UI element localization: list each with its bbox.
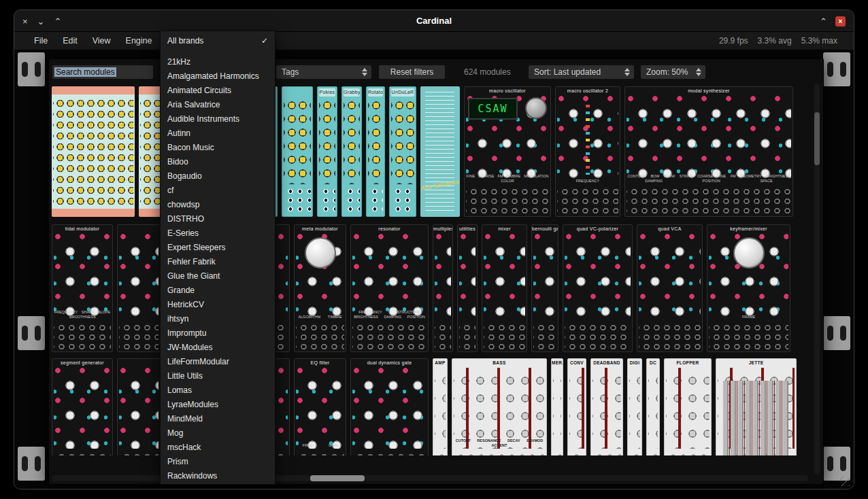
sort-select[interactable]: Sort: Last updated: [529, 65, 634, 79]
module-card-rotatoes[interactable]: Rotatoes: [366, 86, 385, 217]
module-card-jette[interactable]: JETTE: [716, 358, 797, 455]
brand-menu-item-21khz[interactable]: 21kHz: [161, 55, 275, 69]
vertical-scrollbar-thumb[interactable]: [814, 112, 820, 165]
brand-menu-item-aria-salvatrice[interactable]: Aria Salvatrice: [161, 98, 275, 112]
module-card-macro-oscillator[interactable]: macro oscillatorCSAWFINECOARSEFMTIMBREMO…: [464, 86, 551, 217]
module-card-tidal-modulator[interactable]: tidal modulatorFREQUENCYSHAPESLOPESMOOTH…: [52, 224, 113, 352]
vertical-scrollbar[interactable]: [814, 84, 820, 475]
brand-menu-item-e-series[interactable]: E-Series: [161, 226, 275, 241]
param-label: DAMPING: [384, 315, 401, 319]
module-jack-row: [391, 185, 414, 215]
module-title: macro oscillator: [465, 87, 550, 95]
module-card-quad-vc-polarizer[interactable]: quad VC-polarizer: [563, 224, 633, 352]
module-panel-art: [352, 368, 427, 449]
brand-menu-item-prism[interactable]: Prism: [161, 455, 275, 469]
param-label: GEOMETRY: [740, 174, 761, 178]
brand-menu-item-little-utils[interactable]: Little Utils: [161, 369, 275, 383]
tags-filter-select[interactable]: Tags: [276, 65, 371, 79]
module-card-pokies[interactable]: Pokies: [317, 86, 337, 217]
module-card-unnamed[interactable]: [52, 86, 135, 217]
module-card-utilities[interactable]: utilities: [457, 224, 478, 352]
horizontal-scrollbar-thumb[interactable]: [310, 475, 365, 481]
module-card-aria-salvatrice[interactable]: Aria Salvatrice: [420, 86, 460, 217]
module-card-multiples[interactable]: multiples: [433, 224, 453, 352]
module-panel-art: [533, 234, 556, 320]
module-card-segment-generator[interactable]: segment generator: [52, 358, 113, 455]
brand-menu-item-impromptu[interactable]: Impromptu: [161, 326, 275, 341]
module-card-dc[interactable]: DC: [646, 358, 660, 455]
chevron-up-icon[interactable]: ⌃: [820, 17, 827, 26]
param-label: TIMBRE: [506, 174, 520, 178]
app-badge-icon[interactable]: ×: [835, 16, 846, 27]
resize-grip[interactable]: [840, 477, 850, 486]
brand-menu-item-mindmeld[interactable]: MindMeld: [161, 412, 275, 426]
module-title: Pokies: [319, 88, 335, 97]
module-title: BASS: [452, 359, 546, 367]
module-card-unnamed[interactable]: [117, 358, 161, 455]
brand-menu-item-distrho[interactable]: DISTRHO: [161, 212, 275, 226]
module-card-digi[interactable]: DIGI: [627, 358, 642, 455]
brand-menu-item-lomas[interactable]: Lomas: [161, 383, 275, 398]
brand-menu-item-fehler-fabrik[interactable]: Fehler Fabrik: [161, 255, 275, 269]
module-card-deadband[interactable]: DEADBAND: [590, 358, 623, 455]
brand-menu-item-amalgamated-harmonics[interactable]: Amalgamated Harmonics: [161, 69, 275, 84]
module-panel-art: [344, 96, 360, 184]
module-card-bernoulli-gate[interactable]: bernoulli gate: [531, 224, 558, 352]
module-param-labels: FINECOARSEFMTIMBREMODULATIONCOLOR: [466, 174, 549, 183]
brand-menu-item-audible-instruments[interactable]: Audible Instruments: [161, 112, 275, 126]
title-bar[interactable]: × ⌄ ⌃ Cardinal ⌃ ×: [14, 10, 854, 32]
menu-item-view[interactable]: View: [85, 32, 118, 50]
module-card-resonator[interactable]: resonatorFREQUENCYSTRUCTUREBRIGHTNESSDAM…: [350, 224, 429, 352]
brand-menu-item-cf[interactable]: cf: [161, 184, 275, 198]
module-card-flopper[interactable]: FLOPPER: [664, 358, 712, 455]
module-card-mera[interactable]: MERA: [551, 358, 563, 455]
brand-menu-item-bacon-music[interactable]: Bacon Music: [161, 141, 275, 155]
brand-menu-item-jw-modules[interactable]: JW-Modules: [161, 341, 275, 355]
brand-menu-item-animated-circuits[interactable]: Animated Circuits: [161, 84, 275, 98]
module-card-macro-oscillator-2[interactable]: macro oscillator 2FREQUENCY: [555, 86, 620, 217]
param-label: SPACE: [760, 179, 772, 183]
module-card-mixer[interactable]: mixer: [482, 224, 527, 352]
brand-menu-item-rackwindows[interactable]: Rackwindows: [161, 469, 275, 483]
spinner-arrows-icon: [696, 68, 701, 76]
brand-menu-item-glue-the-giant[interactable]: Glue the Giant: [161, 269, 275, 283]
module-card-meta-modulator[interactable]: meta modulatorALGORITHMTIMBRE: [294, 224, 346, 352]
menu-item-edit[interactable]: Edit: [55, 32, 85, 50]
brand-menu-item-lifeformmodular[interactable]: LifeFormModular: [161, 355, 275, 369]
brand-menu-item-expert-sleepers[interactable]: Expert Sleepers: [161, 241, 275, 255]
module-jack-row: [569, 450, 584, 455]
brand-menu-item-all-brands[interactable]: All brands ✓: [161, 34, 275, 48]
brand-menu-item-bogaudio[interactable]: Bogaudio: [161, 169, 275, 184]
menu-item-file[interactable]: File: [27, 32, 55, 50]
brand-menu-item-grande[interactable]: Grande: [161, 283, 275, 298]
zoom-select[interactable]: Zoom: 50%: [641, 65, 705, 79]
brand-menu-item-autinn[interactable]: Autinn: [161, 126, 275, 141]
module-card-dual-dynamics-gate[interactable]: dual dynamics gate: [350, 358, 429, 455]
module-card-quad-vca[interactable]: quad VCA: [637, 224, 703, 352]
brand-menu-item-lyraemodules[interactable]: LyraeModules: [161, 398, 275, 412]
search-input[interactable]: Search modules: [52, 65, 153, 79]
brand-menu-item-mog[interactable]: Mog: [161, 426, 275, 441]
module-card-keyframer-mixer[interactable]: keyframer/mixerFRAME: [707, 224, 790, 352]
module-card-unnamed[interactable]: [117, 224, 161, 352]
module-card-eq-filter[interactable]: EQ filterFREQGAIN: [294, 358, 346, 455]
brand-menu-item-mschack[interactable]: mscHack: [161, 441, 275, 455]
module-card-grabby[interactable]: Grabby: [341, 86, 362, 217]
module-jack-row: [466, 185, 549, 215]
module-panel-art: [391, 96, 414, 184]
module-card-undular[interactable]: UnDuLaR: [389, 86, 416, 217]
module-card-unnamed[interactable]: [282, 86, 313, 217]
reset-filters-button[interactable]: Reset filters: [379, 65, 445, 79]
module-card-conv[interactable]: CONV: [567, 358, 586, 455]
module-jack-row: [119, 321, 158, 350]
brand-menu-item-ihtsyn[interactable]: ihtsyn: [161, 312, 275, 326]
brand-menu-item-bidoo[interactable]: Bidoo: [161, 155, 275, 169]
module-card-amp[interactable]: AMP: [433, 358, 448, 455]
brand-menu-item-hetrickcv[interactable]: HetrickCV: [161, 298, 275, 312]
module-card-bass[interactable]: BASSCUTOFFRESONANCEDECAYENVMODACCENT: [452, 358, 547, 455]
brand-menu-item-chowdsp[interactable]: chowdsp: [161, 198, 275, 212]
module-jack-row: [54, 450, 111, 455]
menu-item-engine[interactable]: Engine: [118, 32, 160, 50]
param-label: GAIN: [329, 443, 337, 447]
module-card-modal-synthesizer[interactable]: modal synthesizerCONTOURBOWBLOWSTRIKECOA…: [624, 86, 793, 217]
